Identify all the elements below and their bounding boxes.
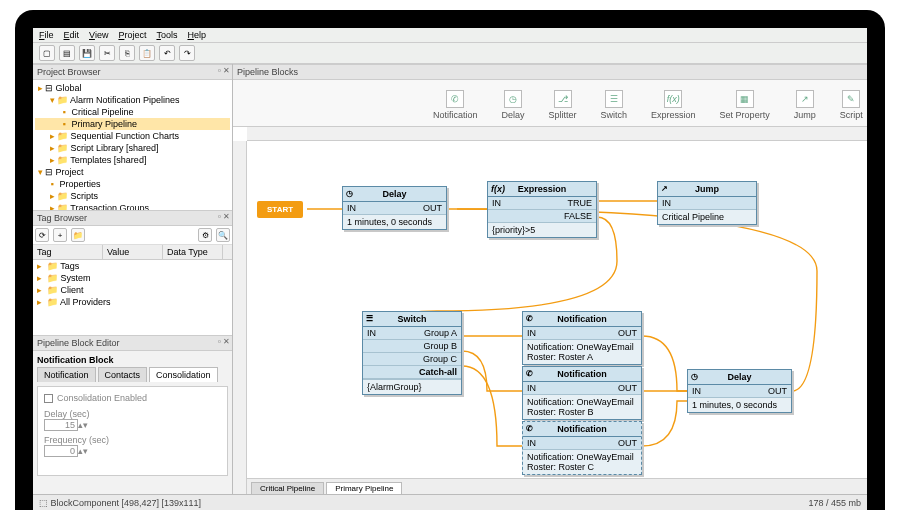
phone-icon: ✆ — [526, 314, 533, 323]
notification-block-a[interactable]: ✆Notification INOUT Notification: OneWay… — [522, 311, 642, 365]
tag-add-icon[interactable]: + — [53, 228, 67, 242]
phone-icon: ✆ — [446, 90, 464, 108]
menu-bar: FFileile Edit View Project Tools Help — [33, 28, 867, 43]
clock-icon: ◷ — [346, 189, 353, 198]
menu-project[interactable]: Project — [118, 30, 146, 40]
panel-close-icon[interactable]: ▫ ✕ — [218, 212, 230, 221]
toolbar-copy-icon[interactable]: ⎘ — [119, 45, 135, 61]
delay-block-2[interactable]: ◷Delay INOUT 1 minutes, 0 seconds — [687, 369, 792, 413]
jump-icon: ↗ — [661, 184, 668, 193]
tab-consolidation[interactable]: Consolidation — [149, 367, 218, 382]
clock-icon: ◷ — [504, 90, 522, 108]
menu-edit[interactable]: Edit — [64, 30, 80, 40]
property-icon: ▦ — [736, 90, 754, 108]
tag-search-icon[interactable]: 🔍 — [216, 228, 230, 242]
menu-file[interactable]: FFileile — [39, 30, 54, 40]
panel-close-icon[interactable]: ▫ ✕ — [218, 66, 230, 75]
script-icon: ✎ — [842, 90, 860, 108]
tag-folder-icon[interactable]: 📁 — [71, 228, 85, 242]
expression-icon: f(x) — [491, 184, 505, 194]
tree-primary-pipeline[interactable]: ▪ Primary Pipeline — [35, 118, 230, 130]
toolbar-new-icon[interactable]: ▢ — [39, 45, 55, 61]
toolbar-paste-icon[interactable]: 📋 — [139, 45, 155, 61]
expression-icon: f(x) — [664, 90, 682, 108]
status-coordinates: ⬚ BlockComponent [498,427] [139x111] — [39, 498, 201, 508]
tag-toolbar: ⟳ + 📁 ⚙ 🔍 — [33, 226, 232, 245]
jump-icon: ↗ — [796, 90, 814, 108]
menu-view[interactable]: View — [89, 30, 108, 40]
palette-jump[interactable]: ↗Jump — [794, 90, 816, 120]
split-icon: ⎇ — [554, 90, 572, 108]
tab-contacts[interactable]: Contacts — [98, 367, 148, 382]
toolbar-open-icon[interactable]: ▤ — [59, 45, 75, 61]
panel-close-icon[interactable]: ▫ ✕ — [218, 337, 230, 346]
menu-tools[interactable]: Tools — [156, 30, 177, 40]
menu-help[interactable]: Help — [187, 30, 206, 40]
toolbar-cut-icon[interactable]: ✂ — [99, 45, 115, 61]
canvas-tab-primary[interactable]: Primary Pipeline — [326, 482, 402, 494]
canvas-tabs: Critical Pipeline Primary Pipeline — [247, 478, 867, 494]
switch-block[interactable]: ☰Switch INGroup A Group B Group C Catch-… — [362, 311, 462, 395]
palette-switch[interactable]: ☰Switch — [601, 90, 628, 120]
left-dock: Project Browser ▫ ✕ ▸⊟ Global ▾📁 Alarm N… — [33, 64, 233, 494]
status-memory: 178 / 455 mb — [808, 498, 861, 508]
ruler-vertical — [233, 141, 247, 494]
consolidation-checkbox[interactable] — [44, 394, 53, 403]
project-tree[interactable]: ▸⊟ Global ▾📁 Alarm Notification Pipeline… — [33, 80, 232, 210]
palette-notification[interactable]: ✆Notification — [433, 90, 478, 120]
palette-setproperty[interactable]: ▦Set Property — [720, 90, 770, 120]
ruler-horizontal — [247, 127, 867, 141]
tag-refresh-icon[interactable]: ⟳ — [35, 228, 49, 242]
toolbar-redo-icon[interactable]: ↷ — [179, 45, 195, 61]
switch-icon: ☰ — [366, 314, 373, 323]
clock-icon: ◷ — [691, 372, 698, 381]
delay-spinner[interactable]: 15 — [44, 419, 78, 431]
tag-browser-title: Tag Browser ▫ ✕ — [33, 210, 232, 226]
tag-grid[interactable]: Tag Value Data Type ▸📁 Tags ▸📁 System ▸📁… — [33, 245, 232, 335]
palette-expression[interactable]: f(x)Expression — [651, 90, 696, 120]
delay-block-1[interactable]: ◷Delay INOUT 1 minutes, 0 seconds — [342, 186, 447, 230]
phone-icon: ✆ — [526, 369, 533, 378]
canvas-tab-critical[interactable]: Critical Pipeline — [251, 482, 324, 494]
tag-filter-icon[interactable]: ⚙ — [198, 228, 212, 242]
expression-block[interactable]: f(x)Expression INTRUE FALSE {priority}>5 — [487, 181, 597, 238]
pipeline-canvas[interactable]: START ◷Delay INOUT 1 minutes, 0 seconds … — [233, 127, 867, 494]
palette-script[interactable]: ✎Script — [840, 90, 863, 120]
main-toolbar: ▢ ▤ 💾 ✂ ⎘ 📋 ↶ ↷ — [33, 43, 867, 64]
editor-heading: Notification Block — [37, 355, 228, 365]
start-block[interactable]: START — [257, 201, 303, 218]
notification-block-c[interactable]: ✆Notification INOUT Notification: OneWay… — [522, 421, 642, 475]
project-browser-title: Project Browser ▫ ✕ — [33, 64, 232, 80]
block-editor: Notification Block Notification Contacts… — [33, 351, 232, 494]
notification-block-b[interactable]: ✆Notification INOUT Notification: OneWay… — [522, 366, 642, 420]
block-editor-title: Pipeline Block Editor ▫ ✕ — [33, 335, 232, 351]
toolbar-save-icon[interactable]: 💾 — [79, 45, 95, 61]
jump-block[interactable]: ↗Jump IN Critical Pipeline — [657, 181, 757, 225]
block-palette: ✆Notification ◷Delay ⎇Splitter ☰Switch f… — [233, 80, 867, 127]
tab-notification[interactable]: Notification — [37, 367, 96, 382]
freq-spinner[interactable]: 0 — [44, 445, 78, 457]
phone-icon: ✆ — [526, 424, 533, 433]
pipeline-blocks-title: Pipeline Blocks — [233, 64, 867, 80]
switch-icon: ☰ — [605, 90, 623, 108]
palette-delay[interactable]: ◷Delay — [502, 90, 525, 120]
toolbar-undo-icon[interactable]: ↶ — [159, 45, 175, 61]
status-bar: ⬚ BlockComponent [498,427] [139x111] 178… — [33, 494, 867, 510]
palette-splitter[interactable]: ⎇Splitter — [549, 90, 577, 120]
